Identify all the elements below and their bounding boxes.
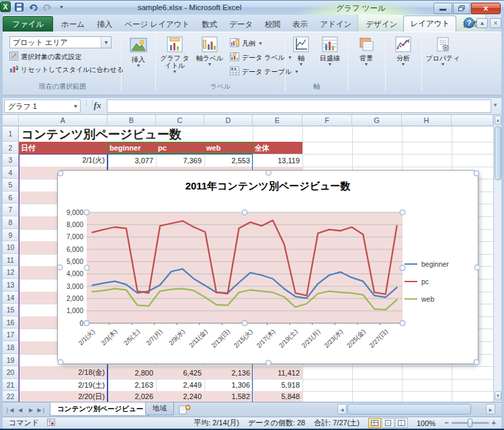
- column-header-H[interactable]: H: [402, 115, 452, 126]
- page-layout-view-icon[interactable]: [382, 418, 394, 428]
- selection-handle[interactable]: [58, 171, 63, 176]
- undo-icon[interactable]: [28, 1, 39, 13]
- tab-layout[interactable]: レイアウト: [403, 15, 456, 32]
- vertical-scroll-thumb[interactable]: [495, 126, 501, 180]
- selection-handle[interactable]: [242, 320, 247, 326]
- formula-input[interactable]: [107, 99, 491, 113]
- tab-design[interactable]: デザイン: [360, 17, 403, 32]
- cell[interactable]: 5,848: [253, 391, 302, 402]
- zoom-track[interactable]: [452, 422, 489, 424]
- axis-labels-button[interactable]: 軸ラベル ▼: [194, 35, 225, 79]
- selection-handle[interactable]: [242, 210, 247, 215]
- row-header-4[interactable]: 4: [3, 167, 19, 179]
- row-header-10[interactable]: 10: [3, 241, 19, 254]
- scroll-left-icon[interactable]: ◀: [337, 404, 347, 415]
- row-header-12[interactable]: 12: [3, 266, 19, 279]
- selection-handle[interactable]: [58, 359, 63, 365]
- name-box[interactable]: グラフ 1 ▼: [4, 99, 81, 113]
- workbook-close-icon[interactable]: ×: [490, 18, 501, 28]
- column-header-B[interactable]: B: [108, 115, 156, 126]
- tab-formulas[interactable]: 数式: [196, 17, 223, 32]
- insert-button[interactable]: 挿入 ▼: [124, 35, 153, 79]
- table-header-cell[interactable]: 全体: [253, 142, 302, 154]
- redo-icon[interactable]: [42, 1, 53, 13]
- scroll-down-icon[interactable]: ▼: [495, 391, 501, 400]
- selection-handle[interactable]: [58, 265, 62, 270]
- sheet-tab-contents[interactable]: コンテンツ別ページビュー: [50, 402, 151, 416]
- row-header-15[interactable]: 15: [3, 304, 19, 316]
- row-header-13[interactable]: 13: [3, 279, 19, 292]
- chart-title-button[interactable]: グラフ タイトル ▼: [158, 35, 192, 79]
- tab-insert[interactable]: 挿入: [91, 17, 118, 32]
- cell[interactable]: 11,412: [253, 366, 302, 379]
- insert-function-button[interactable]: fx: [90, 100, 105, 112]
- file-tab[interactable]: ファイル: [3, 16, 53, 32]
- tab-page-layout[interactable]: ページ レイアウト: [118, 17, 196, 32]
- tab-review[interactable]: 校閲: [259, 17, 286, 32]
- row-header-2[interactable]: 2: [3, 142, 19, 154]
- row-header-11[interactable]: 11: [3, 254, 19, 266]
- collapse-ribbon-icon[interactable]: ▲: [476, 18, 488, 28]
- zoom-thumb[interactable]: [468, 419, 472, 427]
- row-header-1[interactable]: 1: [3, 126, 19, 142]
- row-header-6[interactable]: 6: [3, 191, 19, 204]
- column-header-G[interactable]: G: [352, 115, 402, 126]
- normal-view-icon[interactable]: [368, 418, 381, 428]
- axes-button[interactable]: 軸 ▼: [288, 35, 314, 79]
- column-header-C[interactable]: C: [156, 115, 204, 126]
- row-header-17[interactable]: 17: [3, 329, 19, 341]
- tab-data[interactable]: データ: [223, 17, 259, 32]
- row-header-19[interactable]: 19: [3, 354, 19, 366]
- tab-view[interactable]: 表示: [286, 17, 314, 32]
- last-sheet-icon[interactable]: ▶❘: [36, 404, 47, 415]
- cell-a1-title[interactable]: コンテンツ別ページビュー数: [19, 126, 221, 142]
- insert-worksheet-tab[interactable]: [179, 404, 191, 416]
- excel-app-icon[interactable]: X: [0, 1, 11, 12]
- selection-handle[interactable]: [400, 320, 405, 326]
- formula-bar-expand-icon[interactable]: ▼: [493, 102, 498, 108]
- cell[interactable]: 5,918: [253, 379, 302, 391]
- help-icon[interactable]: ?: [464, 17, 474, 28]
- column-header-E[interactable]: E: [253, 115, 302, 126]
- cell[interactable]: 13,119: [253, 154, 302, 167]
- horizontal-scroll-thumb[interactable]: [347, 404, 471, 415]
- column-header-D[interactable]: D: [204, 115, 253, 126]
- tab-home[interactable]: ホーム: [55, 17, 91, 32]
- save-icon[interactable]: [13, 1, 25, 13]
- scroll-right-icon[interactable]: ▶: [486, 404, 495, 415]
- prev-sheet-icon[interactable]: ◀: [15, 404, 26, 415]
- row-header-16[interactable]: 16: [3, 316, 19, 329]
- select-all-corner[interactable]: [3, 115, 19, 126]
- selection-handle[interactable]: [474, 359, 479, 365]
- chart-legend[interactable]: beginnerpcweb: [405, 255, 476, 308]
- zoom-out-icon[interactable]: −: [444, 419, 448, 427]
- tab-addins[interactable]: アドイン: [314, 17, 358, 32]
- row-header-14[interactable]: 14: [3, 292, 19, 304]
- selection-handle[interactable]: [474, 171, 479, 176]
- format-selection-button[interactable]: 選択対象の書式設定: [8, 51, 83, 62]
- column-header-extra[interactable]: [452, 115, 493, 126]
- zoom-in-icon[interactable]: +: [492, 419, 496, 427]
- page-break-view-icon[interactable]: [395, 418, 408, 428]
- column-header-A[interactable]: A: [19, 115, 108, 126]
- legend-item-beginner[interactable]: beginner: [405, 255, 476, 273]
- row-header-20[interactable]: 20: [3, 366, 19, 379]
- row-header-5[interactable]: 5: [3, 179, 19, 191]
- next-sheet-icon[interactable]: ▶: [26, 404, 36, 415]
- row-header-7[interactable]: 7: [3, 204, 19, 216]
- data-labels-button[interactable]: データ ラベル▼: [228, 52, 294, 63]
- sheet-tab-region[interactable]: 地域: [145, 402, 174, 415]
- macro-record-icon[interactable]: [47, 419, 55, 427]
- selection-handle[interactable]: [84, 265, 89, 271]
- horizontal-scrollbar[interactable]: ◀ ▶: [337, 404, 497, 415]
- chart-element-combo[interactable]: プロット エリア▼: [9, 36, 112, 48]
- gridlines-button[interactable]: 目盛線 ▼: [316, 35, 344, 79]
- zoom-level[interactable]: 100%: [417, 419, 435, 427]
- analysis-group-button[interactable]: 分析 ▼: [388, 35, 419, 79]
- qat-customize-icon[interactable]: ▼: [56, 1, 67, 13]
- row-header-3[interactable]: 3: [3, 154, 19, 167]
- scroll-up-icon[interactable]: ▲: [495, 116, 501, 125]
- table-header-cell[interactable]: 日付: [19, 142, 108, 154]
- properties-group-button[interactable]: プロパティ ▼: [424, 35, 462, 79]
- minimize-button[interactable]: ▬: [433, 3, 452, 14]
